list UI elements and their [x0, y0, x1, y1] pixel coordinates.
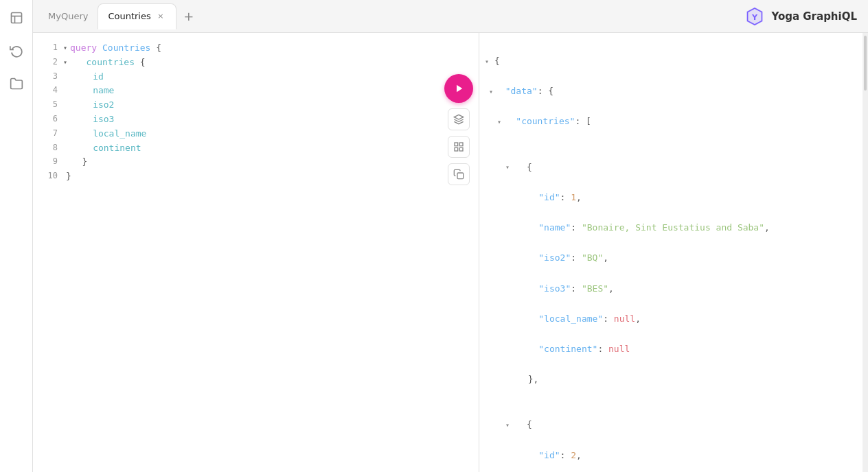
- run-button[interactable]: [444, 74, 473, 103]
- line-num-1: 1: [38, 41, 58, 54]
- code-line-5: 5 iso2: [33, 98, 479, 113]
- code-content-5: iso2: [66, 98, 473, 113]
- copy-button[interactable]: [448, 163, 470, 185]
- main-area: MyQuery Countries × + Y Yoga GraphiQL 1: [33, 0, 868, 472]
- toggle-country2[interactable]: ▾: [485, 419, 494, 431]
- kw-query: query: [70, 43, 97, 53]
- code-line-1: 1 ▾ query Countries {: [33, 41, 479, 56]
- svg-rect-6: [455, 143, 458, 146]
- field-iso2: iso2: [93, 99, 114, 110]
- brand-logo-icon: Y: [744, 5, 766, 27]
- field-name: name: [93, 85, 114, 95]
- toggle-countries[interactable]: ▾: [485, 116, 494, 128]
- code-content-3: id: [66, 70, 473, 84]
- svg-rect-0: [11, 13, 21, 23]
- field-id: id: [93, 71, 104, 82]
- field-iso3: iso3: [93, 114, 114, 124]
- svg-rect-10: [457, 173, 464, 179]
- sidebar-icon-history[interactable]: [7, 41, 26, 60]
- tab-add-button[interactable]: +: [179, 7, 198, 26]
- code-line-10: 10 }: [33, 169, 479, 184]
- content-area: 1 ▾ query Countries { 2 ▾ countr: [33, 33, 868, 472]
- code-line-8: 8 continent: [33, 141, 479, 156]
- line-num-9: 9: [38, 155, 58, 168]
- line-num-2: 2: [38, 56, 58, 69]
- results-pane[interactable]: ▾{ ▾ "data": { ▾ "countries": [ ▾ { "id"…: [479, 33, 868, 472]
- tab-countries-close[interactable]: ×: [155, 11, 166, 22]
- line-arrow-1: ▾: [63, 41, 67, 54]
- line-num-8: 8: [38, 141, 58, 154]
- brand-name: Yoga GraphiQL: [771, 10, 857, 23]
- code-line-6: 6 iso3: [33, 113, 479, 127]
- svg-text:Y: Y: [751, 12, 758, 21]
- line-num-6: 6: [38, 113, 58, 126]
- line-num-10: 10: [38, 169, 58, 182]
- tab-myquery-label: MyQuery: [48, 11, 88, 21]
- tabs-bar: MyQuery Countries × + Y Yoga GraphiQL: [33, 0, 868, 33]
- sidebar: [0, 0, 33, 472]
- copy-icon: [453, 169, 464, 180]
- code-content-10: }: [66, 169, 473, 184]
- toggle-country1[interactable]: ▾: [485, 161, 494, 173]
- code-line-2: 2 ▾ countries {: [33, 56, 479, 70]
- line-num-3: 3: [38, 70, 58, 83]
- code-content-7: local_name: [66, 127, 473, 141]
- fn-countries: Countries: [102, 43, 150, 53]
- field-local-name: local_name: [93, 128, 146, 139]
- field-countries: countries: [87, 57, 135, 67]
- sidebar-icon-collections[interactable]: [7, 74, 26, 93]
- merge-icon: [453, 141, 464, 152]
- json-output: ▾{ ▾ "data": { ▾ "countries": [ ▾ { "id"…: [479, 38, 868, 472]
- svg-rect-7: [459, 143, 463, 146]
- line-arrow-2: ▾: [63, 56, 67, 69]
- code-content-1: query Countries {: [70, 41, 473, 56]
- line-num-5: 5: [38, 98, 58, 111]
- editor-pane: 1 ▾ query Countries { 2 ▾ countr: [33, 33, 479, 472]
- svg-rect-9: [455, 148, 458, 151]
- scrollbar-track[interactable]: [863, 33, 868, 472]
- code-content-4: name: [66, 84, 473, 98]
- line-num-7: 7: [38, 127, 58, 140]
- brand-area: Y Yoga GraphiQL: [744, 5, 863, 27]
- line-num-4: 4: [38, 84, 58, 97]
- field-continent: continent: [93, 143, 141, 153]
- toggle-root[interactable]: ▾: [485, 56, 494, 67]
- svg-rect-8: [459, 148, 463, 151]
- tab-myquery[interactable]: MyQuery: [38, 3, 98, 30]
- editor-body[interactable]: 1 ▾ query Countries { 2 ▾ countr: [33, 33, 479, 472]
- code-content-9: }: [66, 155, 473, 169]
- play-icon: [453, 82, 465, 95]
- editor-toolbar: [444, 74, 473, 185]
- scrollbar-thumb[interactable]: [864, 36, 867, 91]
- merge-button[interactable]: [448, 136, 470, 158]
- prettify-button[interactable]: [448, 108, 470, 130]
- sidebar-icon-docs[interactable]: [7, 8, 26, 27]
- code-line-3: 3 id: [33, 70, 479, 84]
- code-line-4: 4 name: [33, 84, 479, 98]
- tab-countries-label: Countries: [108, 11, 150, 21]
- prettify-icon: [453, 114, 464, 125]
- code-content-6: iso3: [66, 113, 473, 127]
- code-line-7: 7 local_name: [33, 127, 479, 141]
- code-line-9: 9 }: [33, 155, 479, 169]
- code-content-8: continent: [66, 141, 473, 156]
- tab-countries[interactable]: Countries ×: [98, 3, 176, 30]
- toggle-data[interactable]: ▾: [485, 86, 494, 97]
- code-content-2: countries {: [70, 56, 473, 70]
